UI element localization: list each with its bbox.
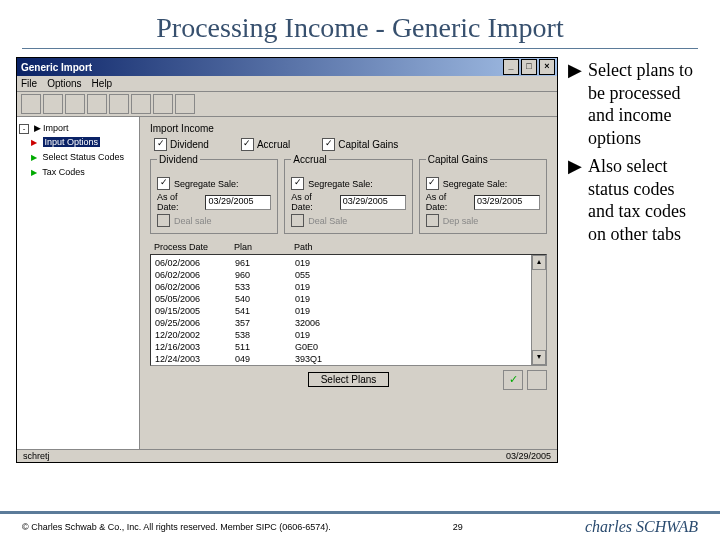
- table-row[interactable]: 12/20/2002538019: [155, 329, 542, 341]
- triangle-green-icon: ▶: [31, 166, 37, 180]
- scroll-down-icon[interactable]: ▾: [532, 350, 546, 365]
- accrual-segregate-checkbox[interactable]: ✓Segregate Sale:: [291, 177, 405, 190]
- toolbar-button-7[interactable]: [153, 94, 173, 114]
- tree-tax-codes[interactable]: Tax Codes: [42, 167, 85, 177]
- footer-copyright: © Charles Schwab & Co., Inc. All rights …: [22, 522, 331, 532]
- triangle-green-icon: ▶: [31, 151, 37, 165]
- table-row[interactable]: 05/05/2006540019: [155, 293, 542, 305]
- slide-bullets: ▶Select plans to be processed and income…: [568, 57, 704, 463]
- menu-help[interactable]: Help: [92, 78, 113, 89]
- accrual-asof-label: As of Date:: [291, 192, 335, 212]
- status-date: 03/29/2005: [506, 451, 551, 461]
- check-icon[interactable]: ✓: [503, 370, 523, 390]
- dividend-asof-input[interactable]: 03/29/2005: [205, 195, 271, 210]
- expand-icon[interactable]: -: [19, 124, 29, 134]
- status-user: schretj: [23, 451, 50, 461]
- capgains-segregate-checkbox[interactable]: ✓Segregate Sale:: [426, 177, 540, 190]
- statusbar: schretj 03/29/2005: [17, 449, 557, 462]
- capgains-asof-label: As of Date:: [426, 192, 470, 212]
- capgains-deal-label: Dep sale: [443, 216, 479, 226]
- toolbar-button-5[interactable]: [109, 94, 129, 114]
- toolbar-button-8[interactable]: [175, 94, 195, 114]
- select-plans-button[interactable]: Select Plans: [308, 372, 390, 387]
- properties-icon[interactable]: [527, 370, 547, 390]
- toolbar-button-4[interactable]: [87, 94, 107, 114]
- col-plan: Plan: [234, 242, 294, 252]
- table-row[interactable]: 09/15/2005541019: [155, 305, 542, 317]
- accrual-label: Accrual: [257, 139, 290, 150]
- tree-root-tri: ▶: [34, 123, 41, 133]
- plan-listbox[interactable]: 06/02/200696101906/02/200696005506/02/20…: [150, 254, 547, 366]
- tree-root[interactable]: Import: [43, 123, 69, 133]
- plan-list-header: Process Date Plan Path: [154, 242, 547, 252]
- capgains-header: Capital Gains: [426, 154, 490, 165]
- titlebar: Generic Import _ □ ×: [17, 58, 557, 76]
- accrual-deal-label: Deal Sale: [308, 216, 347, 226]
- dividend-deal-label: Deal sale: [174, 216, 212, 226]
- window-title: Generic Import: [21, 62, 92, 73]
- tree-input-options[interactable]: Input Options: [43, 137, 101, 147]
- capgains-segregate-label: Segregate Sale:: [443, 179, 508, 189]
- scroll-up-icon[interactable]: ▴: [532, 255, 546, 270]
- import-income-label: Import Income: [150, 123, 547, 134]
- toolbar: [17, 92, 557, 117]
- capgains-deal-checkbox[interactable]: Dep sale: [426, 214, 540, 227]
- tree-select-status-codes[interactable]: Select Status Codes: [43, 152, 125, 162]
- accrual-segregate-label: Segregate Sale:: [308, 179, 373, 189]
- accrual-asof-input[interactable]: 03/29/2005: [340, 195, 406, 210]
- generic-import-window: Generic Import _ □ × File Options Help: [16, 57, 558, 463]
- toolbar-button-1[interactable]: [21, 94, 41, 114]
- table-row[interactable]: 06/02/2006960055: [155, 269, 542, 281]
- accrual-checkbox[interactable]: ✓Accrual: [241, 138, 290, 151]
- nav-tree[interactable]: - ▶ Import ▶ Input Options ▶ Select Stat…: [17, 117, 140, 449]
- capgains-asof-input[interactable]: 03/29/2005: [474, 195, 540, 210]
- table-row[interactable]: 12/24/2003049393Q1: [155, 353, 542, 365]
- table-row[interactable]: 06/02/2006961019: [155, 257, 542, 269]
- menu-file[interactable]: File: [21, 78, 37, 89]
- toolbar-button-2[interactable]: [43, 94, 63, 114]
- slide-footer: © Charles Schwab & Co., Inc. All rights …: [0, 511, 720, 540]
- capital-gains-checkbox[interactable]: ✓Capital Gains: [322, 138, 398, 151]
- col-path: Path: [294, 242, 313, 252]
- dividend-deal-checkbox[interactable]: Deal sale: [157, 214, 271, 227]
- menubar: File Options Help: [17, 76, 557, 92]
- dividend-segregate-label: Segregate Sale:: [174, 179, 239, 189]
- input-options-panel: Import Income ✓Dividend ✓Accrual ✓Capita…: [140, 117, 557, 449]
- scrollbar[interactable]: ▴ ▾: [531, 255, 546, 365]
- close-button[interactable]: ×: [539, 59, 555, 75]
- slide-title: Processing Income - Generic Import: [0, 0, 720, 48]
- col-process-date: Process Date: [154, 242, 234, 252]
- maximize-button[interactable]: □: [521, 59, 537, 75]
- accrual-deal-checkbox[interactable]: Deal Sale: [291, 214, 405, 227]
- dividend-label: Dividend: [170, 139, 209, 150]
- toolbar-button-3[interactable]: [65, 94, 85, 114]
- menu-options[interactable]: Options: [47, 78, 81, 89]
- bullet-icon: ▶: [568, 155, 582, 245]
- triangle-red-icon: ▶: [31, 136, 37, 150]
- table-row[interactable]: 06/02/2006533019: [155, 281, 542, 293]
- schwab-logo: charles SCHWAB: [585, 518, 698, 536]
- dividend-header: Dividend: [157, 154, 200, 165]
- dividend-segregate-checkbox[interactable]: ✓Segregate Sale:: [157, 177, 271, 190]
- toolbar-button-6[interactable]: [131, 94, 151, 114]
- dividend-checkbox[interactable]: ✓Dividend: [154, 138, 209, 151]
- dividend-asof-label: As of Date:: [157, 192, 201, 212]
- bullet-icon: ▶: [568, 59, 582, 149]
- accrual-header: Accrual: [291, 154, 328, 165]
- dividend-group: Dividend ✓Segregate Sale: As of Date: 03…: [150, 159, 278, 234]
- minimize-button[interactable]: _: [503, 59, 519, 75]
- bullet-2: Also select status codes and tax codes o…: [588, 155, 704, 245]
- table-row[interactable]: 09/25/200635732006: [155, 317, 542, 329]
- page-number: 29: [453, 522, 463, 532]
- bullet-1: Select plans to be processed and income …: [588, 59, 704, 149]
- table-row[interactable]: 12/16/2003511G0E0: [155, 341, 542, 353]
- capital-gains-label: Capital Gains: [338, 139, 398, 150]
- accrual-group: Accrual ✓Segregate Sale: As of Date: 03/…: [284, 159, 412, 234]
- capgains-group: Capital Gains ✓Segregate Sale: As of Dat…: [419, 159, 547, 234]
